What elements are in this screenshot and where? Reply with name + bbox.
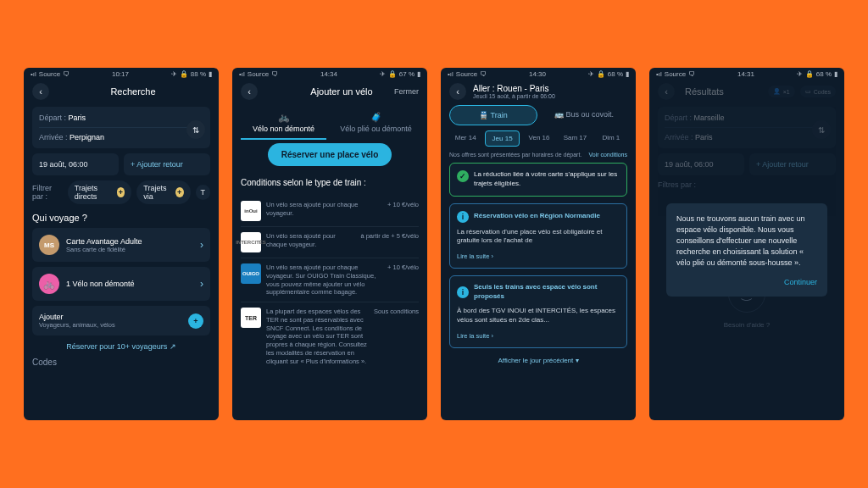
suitcase-icon: 🧳	[370, 112, 382, 123]
departure-field[interactable]: Paris	[69, 114, 86, 122]
back-button[interactable]: ‹	[449, 83, 466, 100]
screen-results-modal: •ılSource🗨 14:31 ✈︎🔒68 %▮ ‹ Résultats 👤 …	[649, 68, 844, 420]
bike-icon: 🚲	[39, 274, 59, 294]
screen-recherche: •ılSource🗨 10:17 ✈︎🔒88 %▮ ‹ Recherche Dé…	[24, 68, 219, 420]
see-conditions-link[interactable]: Voir conditions	[588, 152, 627, 158]
status-bar: •ılSource🗨 10:17 ✈︎🔒88 %▮	[24, 68, 219, 80]
status-bar: •ılSource🗨 14:34 ✈︎🔒67 %▮	[232, 68, 427, 80]
mode-tab-train[interactable]: 🚆 Train	[449, 105, 537, 125]
avatar: MS	[39, 235, 59, 255]
bike-space-notice[interactable]: i Seuls les trains avec espace vélo sont…	[449, 275, 627, 347]
group-booking-link[interactable]: Réserver pour 10+ voyageurs ↗	[32, 341, 210, 352]
bike-icon: 🚲	[278, 112, 290, 123]
offers-note: Nos offres sont présentées par horaires …	[449, 152, 581, 158]
codes-section: Codes	[32, 358, 210, 367]
chevron-right-icon: ›	[200, 239, 203, 251]
no-bike-space-modal: Nous ne trouvons aucun train avec un esp…	[666, 203, 827, 297]
train-type-row: inOui Un vélo sera ajouté pour chaque vo…	[241, 196, 419, 226]
modal-message: Nous ne trouvons aucun train avec un esp…	[676, 214, 817, 269]
reserve-bike-button[interactable]: Réserver une place vélo	[268, 143, 392, 166]
plus-icon: +	[188, 313, 203, 329]
status-time: 14:30	[529, 70, 546, 78]
train-brand-tile: INTERCITÉS	[241, 232, 261, 252]
screen-results-info: •ılSource🗨 14:30 ✈︎🔒68 %▮ ‹ Aller : Roue…	[441, 68, 636, 420]
train-brand-tile: inOui	[241, 201, 261, 221]
origin-destination-card: Départ : Paris Arrivée : Perpignan ⇅	[32, 107, 210, 148]
date-chip[interactable]: Ven 16	[523, 130, 555, 147]
close-button[interactable]: Fermer	[394, 87, 419, 96]
date-chip[interactable]: Dim 1	[595, 130, 627, 147]
bike-card[interactable]: 🚲 1 Vélo non démonté ›	[32, 267, 210, 301]
train-brand-tile: OUIGO	[241, 263, 261, 284]
tab-velo-non-demonte[interactable]: 🚲 Vélo non démonté	[241, 107, 326, 140]
status-time: 14:34	[320, 70, 337, 78]
read-more-link[interactable]: Lire la suite ›	[457, 252, 620, 261]
who-travels-title: Qui voyage ?	[32, 213, 210, 223]
mode-tab-bus[interactable]: 🚌 Bus ou covoit.	[541, 105, 627, 125]
conditions-title: Conditions selon le type de train :	[241, 178, 419, 187]
screen-ajouter-velo: •ılSource🗨 14:34 ✈︎🔒67 %▮ ‹ Ajouter un v…	[232, 68, 427, 420]
train-condition-text: La plupart des espaces vélos des TER ne …	[266, 308, 369, 365]
swap-button[interactable]: ⇅	[186, 120, 205, 139]
filter-direct-pill[interactable]: Trajets directs+	[68, 180, 132, 204]
discount-notice: ✓ La réduction liée à votre carte s'appl…	[449, 163, 627, 197]
back-button[interactable]: ‹	[241, 83, 258, 100]
status-time: 10:17	[112, 70, 129, 78]
modal-overlay: Nous ne trouvons aucun train avec un esp…	[649, 68, 844, 420]
add-passenger-card[interactable]: Ajouter Voyageurs, animaux, vélos +	[32, 306, 210, 336]
filter-via-pill[interactable]: Trajets via+	[136, 180, 190, 204]
train-brand-tile: TER	[241, 308, 261, 328]
filter-label: Filtrer par :	[32, 184, 63, 201]
train-price: Sous conditions	[374, 308, 419, 315]
status-bar: •ılSource🗨 14:30 ✈︎🔒68 %▮	[441, 68, 636, 80]
train-type-row: TER La plupart des espaces vélos des TER…	[241, 302, 419, 370]
continue-button[interactable]: Continuer	[676, 277, 817, 288]
check-icon: ✓	[457, 170, 469, 182]
read-more-link[interactable]: Lire la suite ›	[457, 332, 620, 341]
previous-day-link[interactable]: Afficher le jour précédent ▾	[441, 352, 636, 369]
date-chip[interactable]: Sam 17	[559, 130, 591, 147]
date-chip[interactable]: Mer 14	[449, 130, 481, 147]
add-return-button[interactable]: + Ajouter retour	[124, 153, 210, 175]
train-type-row: OUIGO Un vélo sera ajouté pour chaque vo…	[241, 258, 419, 302]
train-condition-text: Un vélo sera ajouté pour chaque voyageur…	[266, 232, 355, 249]
info-icon: i	[457, 286, 469, 298]
train-type-row: INTERCITÉS Un vélo sera ajouté pour chaq…	[241, 226, 419, 258]
date-chip[interactable]: Jeu 15	[485, 130, 519, 147]
arrival-field[interactable]: Perpignan	[70, 133, 104, 141]
journey-title: Aller : Rouen - Paris	[473, 84, 627, 93]
date-field[interactable]: 19 août, 06:00	[32, 153, 119, 175]
bike-reservation-notice[interactable]: i Réservation vélo en Région Normandie L…	[449, 203, 627, 269]
filter-more-pill[interactable]: T	[196, 185, 211, 200]
train-price: + 10 €/vélo	[387, 201, 419, 208]
train-condition-text: Un vélo sera ajouté pour chaque voyageur…	[266, 263, 382, 297]
page-title: Recherche	[56, 86, 210, 97]
chevron-right-icon: ›	[200, 278, 203, 290]
back-button[interactable]: ‹	[32, 83, 49, 100]
traveler-card[interactable]: MS Carte Avantage Adulte Sans carte de f…	[32, 228, 210, 262]
train-condition-text: Un vélo sera ajouté pour chaque voyageur…	[266, 201, 382, 218]
train-price: + 10 €/vélo	[387, 263, 419, 271]
train-price: à partir de + 5 €/vélo	[360, 232, 419, 240]
info-icon: i	[457, 211, 469, 223]
journey-subtitle: Jeudi 15 août, à partir de 06:00	[473, 93, 627, 99]
tab-velo-plie[interactable]: 🧳 Vélo plié ou démonté	[333, 107, 419, 140]
